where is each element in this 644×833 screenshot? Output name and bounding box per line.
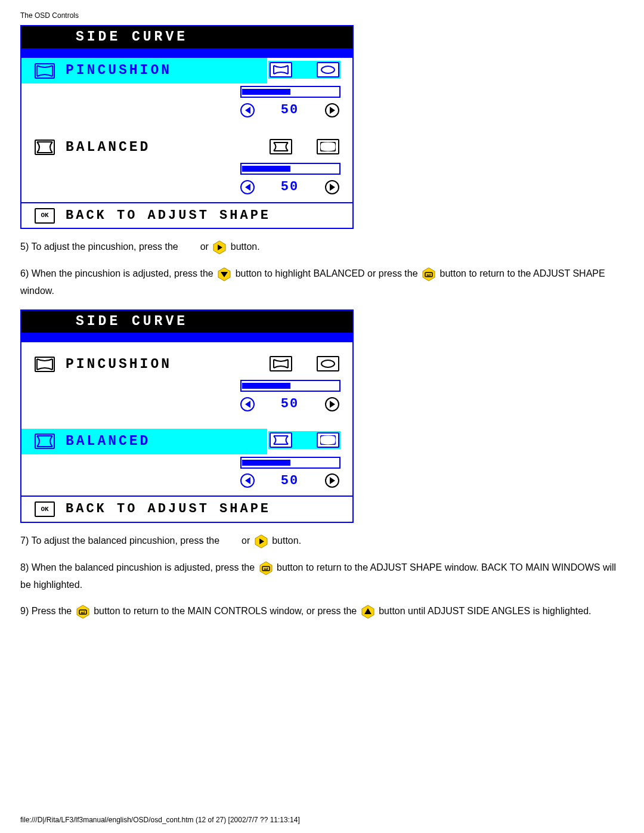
ok-icon: OK	[35, 208, 55, 224]
step-5: 5) To adjust the pincushion, press the o…	[20, 239, 624, 256]
osd-panel-2: SIDE CURVE PINCUSHION	[20, 309, 354, 523]
step-text: button to highlight BALANCED or press th…	[236, 268, 420, 278]
balanced-icon	[35, 140, 55, 155]
svg-point-0	[321, 66, 335, 73]
balanced-left-endpoint-icon	[270, 139, 292, 154]
osd-blue-strip	[21, 48, 352, 57]
pincushion-value: 50	[281, 395, 299, 413]
down-hex-button	[217, 267, 231, 281]
step-text: 6) When the pincushion is adjusted, pres…	[20, 268, 216, 278]
step-7: 7) To adjust the balanced pincushion, pr…	[20, 532, 624, 550]
step-text: button until ADJUST SIDE ANGLES is highl…	[379, 606, 591, 616]
pincushion-right-endpoint-icon	[317, 356, 339, 371]
step-6: 6) When the pincushion is adjusted, pres…	[20, 265, 624, 300]
pincushion-value-bar	[240, 380, 340, 392]
up-hex-button	[361, 605, 375, 619]
left-arrow-button[interactable]	[240, 473, 255, 488]
balanced-value-bar	[240, 457, 340, 469]
osd-item-pincushion[interactable]: PINCUSHION 50	[21, 58, 352, 125]
pincushion-icon	[35, 63, 55, 79]
pincushion-icon	[35, 357, 55, 372]
balanced-value: 50	[281, 178, 299, 196]
pincushion-value-bar	[240, 86, 340, 98]
step-text: button to return to the MAIN CONTROLS wi…	[94, 606, 360, 616]
right-arrow-button[interactable]	[325, 473, 339, 488]
right-arrow-button[interactable]	[325, 397, 339, 411]
osd-item-label: PINCUSHION	[66, 61, 172, 80]
ok-icon: OK	[35, 501, 55, 517]
step-9: 9) Press the ad button to return to the …	[20, 603, 624, 620]
step-text: button.	[231, 241, 260, 252]
balanced-right-endpoint-icon	[317, 139, 339, 154]
step-8: 8) When the balanced pincushion is adjus…	[20, 559, 624, 594]
step-text: 8) When the balanced pincushion is adjus…	[20, 562, 258, 572]
osd-blue-strip	[21, 333, 352, 341]
osd-panel-1: SIDE CURVE PINCUSHION	[20, 25, 354, 229]
osd-title: SIDE CURVE	[21, 26, 242, 48]
left-arrow-button[interactable]	[240, 103, 255, 117]
pincushion-left-endpoint-icon	[270, 62, 292, 78]
osd-item-balanced[interactable]: BALANCED 50	[21, 135, 352, 202]
pincushion-value: 50	[281, 101, 299, 119]
osd-item-pincushion[interactable]: PINCUSHION 50	[21, 352, 352, 419]
step-text: button.	[272, 535, 301, 546]
osd-item-label: BALANCED	[66, 432, 150, 451]
right-arrow-button[interactable]	[325, 180, 339, 194]
balanced-left-endpoint-icon	[270, 432, 292, 448]
pincushion-left-endpoint-icon	[270, 356, 292, 371]
ok-hex-button: ad	[76, 605, 90, 619]
svg-point-8	[321, 360, 335, 367]
right-hex-button	[254, 534, 268, 549]
balanced-value: 50	[281, 472, 299, 490]
right-hex-button	[212, 240, 227, 255]
osd-footer[interactable]: OK BACK TO ADJUST SHAPE	[21, 202, 352, 228]
osd-footer-label: BACK TO ADJUST SHAPE	[66, 500, 271, 518]
balanced-value-bar	[240, 163, 340, 175]
osd-footer-label: BACK TO ADJUST SHAPE	[66, 207, 271, 225]
osd-item-balanced[interactable]: BALANCED 50	[21, 429, 352, 496]
ok-hex-button: ad	[259, 561, 273, 575]
pincushion-right-endpoint-icon	[317, 62, 339, 78]
svg-text:ad: ad	[264, 567, 268, 571]
left-arrow-button[interactable]	[240, 397, 255, 411]
step-text: or	[242, 535, 253, 546]
left-arrow-button[interactable]	[240, 180, 255, 194]
balanced-icon	[35, 433, 55, 449]
step-text: 9) Press the	[20, 606, 75, 616]
svg-text:ad: ad	[427, 273, 431, 277]
page-top-title: The OSD Controls	[20, 11, 624, 20]
osd-title: SIDE CURVE	[21, 311, 242, 333]
osd-footer[interactable]: OK BACK TO ADJUST SHAPE	[21, 496, 352, 522]
balanced-right-endpoint-icon	[317, 432, 339, 448]
right-arrow-button[interactable]	[325, 103, 339, 117]
step-text: or	[200, 241, 212, 252]
step-text: 5) To adjust the pincushion, press the	[20, 241, 181, 252]
osd-item-label: BALANCED	[66, 138, 150, 157]
osd-item-label: PINCUSHION	[66, 355, 172, 374]
ok-hex-button: ad	[422, 267, 436, 281]
svg-text:ad: ad	[80, 611, 85, 614]
step-text: 7) To adjust the balanced pincushion, pr…	[20, 535, 222, 546]
